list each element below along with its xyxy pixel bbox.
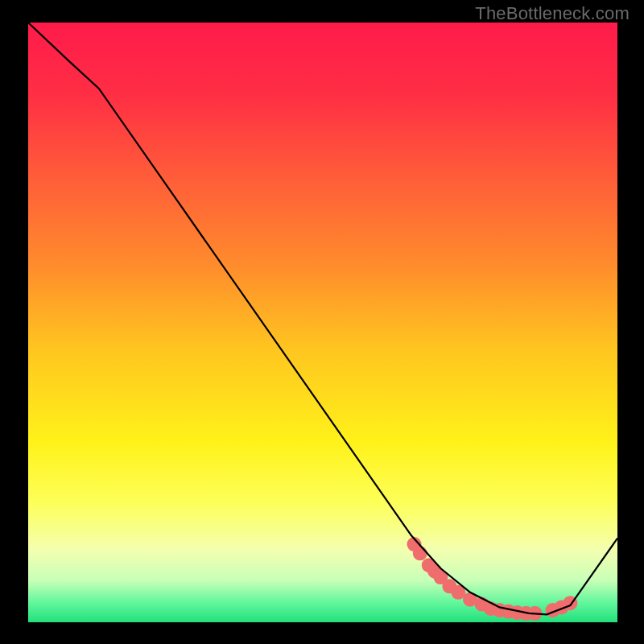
bottleneck-chart: TheBottleneck.com xyxy=(0,0,644,644)
chart-svg xyxy=(0,0,644,644)
highlight-dot xyxy=(413,546,427,560)
watermark-text: TheBottleneck.com xyxy=(475,3,630,24)
